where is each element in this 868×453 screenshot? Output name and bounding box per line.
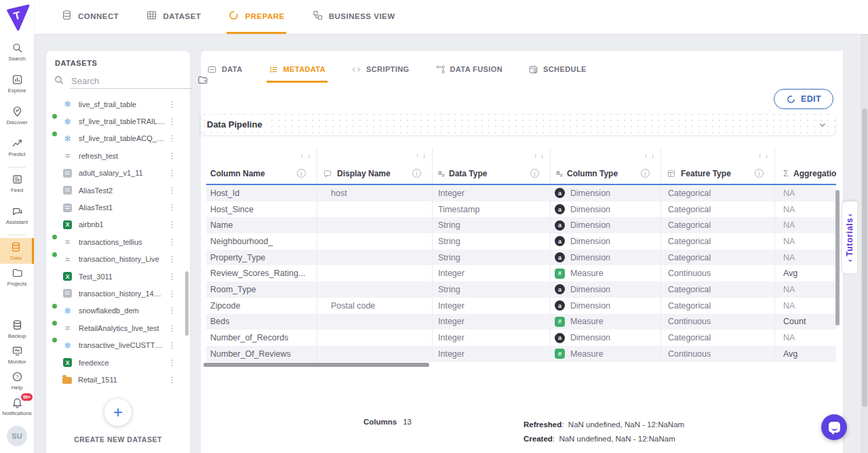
cell-aggregation[interactable]: Avg xyxy=(775,265,833,281)
cell-column-name[interactable]: Neighbourhood_ xyxy=(206,233,317,250)
cell-feature-type[interactable]: Categorical xyxy=(661,201,775,218)
table-row[interactable]: Host_Since Timestamp Dimension Categoric… xyxy=(206,201,836,218)
cell-display-name[interactable] xyxy=(317,314,433,330)
sidebar-item-discover[interactable]: Discover xyxy=(0,102,34,128)
cell-display-name[interactable] xyxy=(317,346,433,362)
header-column-name[interactable]: Column Name xyxy=(206,163,317,184)
cell-column-type[interactable]: Dimension xyxy=(551,250,661,266)
table-row[interactable]: Room_Type String Dimension Categorical N… xyxy=(206,281,836,298)
kebab-menu-icon[interactable]: ⋮ xyxy=(168,358,176,368)
dataset-list-item[interactable]: RetailAnalytics_live_test ⋮ xyxy=(46,319,184,336)
sidebar-item-predict[interactable]: Predict xyxy=(0,134,34,160)
cell-column-name[interactable]: Number_Of_Reviews xyxy=(206,346,317,362)
brand-logo[interactable]: T xyxy=(0,0,34,34)
cell-data-type[interactable]: Integer xyxy=(433,265,551,281)
sidebar-item-monitor[interactable]: Monitor xyxy=(0,342,34,368)
cell-column-type[interactable]: Dimension xyxy=(551,298,661,314)
dataset-list-item[interactable]: sf_live_trail_tableTRAIL_TAB.. ⋮ xyxy=(46,113,184,130)
cell-feature-type[interactable]: Categorical xyxy=(661,250,775,266)
cell-column-type[interactable]: Dimension xyxy=(551,201,661,218)
header-data-type[interactable]: a# Data Type xyxy=(433,163,551,184)
table-row[interactable]: Number_of_Records Integer Dimension Cate… xyxy=(206,330,836,346)
nav-prepare[interactable]: PREPARE xyxy=(226,0,285,34)
kebab-menu-icon[interactable]: ⋮ xyxy=(168,272,176,281)
sidebar-item-data[interactable]: Data xyxy=(0,238,34,264)
cell-display-name[interactable] xyxy=(317,281,433,298)
cell-aggregation[interactable]: NA xyxy=(775,233,833,250)
cell-column-name[interactable]: Review_Scores_Rating... xyxy=(206,265,317,281)
dataset-list-item[interactable]: feedexce ⋮ xyxy=(46,354,184,371)
cell-feature-type[interactable]: Categorical xyxy=(661,298,775,314)
cell-display-name[interactable] xyxy=(317,250,433,266)
dataset-list-item[interactable]: Retail_1511 ⋮ xyxy=(46,371,184,385)
nav-dataset[interactable]: DATASET xyxy=(144,0,202,34)
cell-column-name[interactable]: Name xyxy=(206,217,317,233)
cell-data-type[interactable]: Integer xyxy=(433,346,551,362)
kebab-menu-icon[interactable]: ⋮ xyxy=(168,220,176,229)
cell-column-type[interactable]: Dimension xyxy=(551,185,661,201)
kebab-menu-icon[interactable]: ⋮ xyxy=(168,237,176,247)
edit-button[interactable]: EDIT xyxy=(774,89,833,109)
dataset-list-item[interactable]: sf_live_trail_tableACQ_LIFEC.. ⋮ xyxy=(46,130,184,147)
sidebar-item-search[interactable]: Search xyxy=(0,39,34,64)
kebab-menu-icon[interactable]: ⋮ xyxy=(168,186,176,195)
kebab-menu-icon[interactable]: ⋮ xyxy=(168,203,176,212)
cell-feature-type[interactable]: Categorical xyxy=(661,185,775,201)
cell-column-name[interactable]: Property_Type xyxy=(206,250,317,266)
datasets-scrollbar[interactable] xyxy=(185,271,189,336)
info-icon[interactable] xyxy=(755,169,764,178)
create-dataset-button[interactable]: + xyxy=(104,399,132,426)
cell-aggregation[interactable]: Count xyxy=(775,314,833,330)
tab-metadata[interactable]: METADATA xyxy=(267,58,328,83)
table-row[interactable]: Name String Dimension Categorical NA xyxy=(206,217,836,233)
folder-move-icon[interactable] xyxy=(197,75,208,88)
cell-feature-type[interactable]: Categorical xyxy=(661,330,775,346)
header-display-name[interactable]: Display Name xyxy=(317,163,433,184)
dataset-list-item[interactable]: airbnb1 ⋮ xyxy=(46,216,184,233)
tab-data[interactable]: DATA xyxy=(205,58,245,83)
table-vertical-scrollbar[interactable] xyxy=(835,190,840,326)
sidebar-item-assistant[interactable]: Assistant xyxy=(0,202,34,228)
cell-column-name[interactable]: Room_Type xyxy=(206,281,317,298)
sidebar-item-help[interactable]: ? Help xyxy=(0,368,34,393)
kebab-menu-icon[interactable]: ⋮ xyxy=(168,134,176,143)
cell-aggregation[interactable]: NA xyxy=(775,281,833,298)
sidebar-item-explore[interactable]: Explore xyxy=(0,71,34,96)
sidebar-item-notifications[interactable]: 99+ Notifications xyxy=(0,393,34,419)
cell-aggregation[interactable]: NA xyxy=(775,185,833,201)
dataset-list-item[interactable]: transaction_history_Live ⋮ xyxy=(46,251,184,268)
cell-column-name[interactable]: Zipcode xyxy=(206,298,317,314)
kebab-menu-icon[interactable]: ⋮ xyxy=(168,340,176,350)
cell-display-name[interactable] xyxy=(317,201,433,218)
dataset-list-item[interactable]: transactive_liveCUSTTRANS... ⋮ xyxy=(46,336,184,353)
header-aggregation[interactable]: Σ Aggregatio xyxy=(775,163,833,184)
info-icon[interactable] xyxy=(641,169,650,178)
kebab-menu-icon[interactable]: ⋮ xyxy=(168,168,176,178)
dataset-list-item[interactable]: adult_salary_v1_11 ⋮ xyxy=(46,165,184,182)
cell-column-type[interactable]: Dimension xyxy=(551,281,661,298)
kebab-menu-icon[interactable]: ⋮ xyxy=(168,306,176,315)
tab-data-fusion[interactable]: DATA FUSION xyxy=(433,58,505,83)
cell-feature-type[interactable]: Continuous xyxy=(661,346,775,362)
cell-data-type[interactable]: Timestamp xyxy=(433,201,551,218)
cell-feature-type[interactable]: Categorical xyxy=(661,233,775,250)
cell-column-name[interactable]: Number_of_Records xyxy=(206,330,317,346)
dataset-list-item[interactable]: AliasTest1 ⋮ xyxy=(46,199,184,216)
cell-data-type[interactable]: String xyxy=(433,233,551,250)
cell-display-name[interactable] xyxy=(317,233,433,250)
sort-control[interactable]: ↑↓ xyxy=(661,148,775,163)
kebab-menu-icon[interactable]: ⋮ xyxy=(168,117,176,126)
cell-aggregation[interactable]: NA xyxy=(775,201,833,218)
table-row[interactable]: Host_Id host Integer Dimension Categoric… xyxy=(206,185,836,201)
nav-connect[interactable]: CONNECT xyxy=(60,0,120,34)
table-row[interactable]: Property_Type String Dimension Categoric… xyxy=(206,250,836,266)
tutorials-tab[interactable]: ‹ Tutorials ‹ xyxy=(842,201,857,273)
kebab-menu-icon[interactable]: ⋮ xyxy=(168,254,176,264)
dataset-list-item[interactable]: transactions_tellius ⋮ xyxy=(46,233,184,250)
table-row[interactable]: Beds Integer Measure Continuous Count xyxy=(206,314,836,330)
cell-data-type[interactable]: Integer xyxy=(433,185,551,201)
cell-data-type[interactable]: Integer xyxy=(433,314,551,330)
cell-data-type[interactable]: Integer xyxy=(433,298,551,314)
cell-data-type[interactable]: String xyxy=(433,281,551,298)
cell-data-type[interactable]: Integer xyxy=(433,330,551,346)
